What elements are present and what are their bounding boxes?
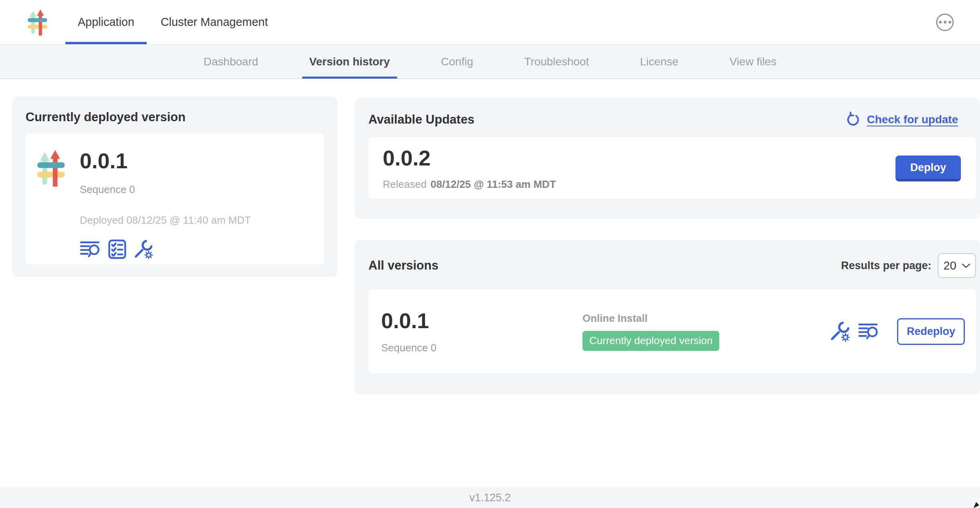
row-version-number: 0.0.1: [381, 309, 582, 332]
available-updates-card: Available Updates Check for update 0.0.2: [355, 98, 980, 219]
deployed-version-number: 0.0.1: [80, 149, 251, 172]
updates-and-versions-section: Available Updates Check for update 0.0.2: [355, 98, 980, 394]
tab-config-label: Config: [441, 55, 473, 68]
tab-view-files-label: View files: [730, 55, 777, 68]
tab-dashboard-label: Dashboard: [204, 55, 258, 68]
currently-deployed-card: Currently deployed version 0.0.1 Sequenc…: [12, 96, 337, 277]
check-for-update-link[interactable]: Check for update: [845, 112, 958, 128]
all-versions-title: All versions: [368, 258, 439, 273]
update-released-line: Released08/12/25 @ 11:53 am MDT: [383, 178, 556, 191]
tab-license-label: License: [640, 55, 679, 68]
deployed-sequence: Sequence 0: [80, 183, 251, 196]
app-logo-icon: [28, 9, 47, 35]
tab-cluster-management-label: Cluster Management: [161, 16, 268, 29]
row-sequence: Sequence 0: [381, 342, 582, 354]
all-versions-card: All versions Results per page: 20: [355, 240, 980, 394]
config-gear-icon[interactable]: [829, 321, 850, 342]
config-gear-icon[interactable]: [133, 239, 153, 259]
available-updates-title: Available Updates: [368, 112, 474, 127]
tab-cluster-management[interactable]: Cluster Management: [148, 0, 280, 44]
results-per-page-select[interactable]: 20: [938, 253, 976, 278]
tab-view-files[interactable]: View files: [722, 45, 784, 79]
release-notes-icon[interactable]: [858, 322, 880, 341]
tab-dashboard[interactable]: Dashboard: [197, 45, 266, 79]
currently-deployed-badge: Currently deployed version: [582, 331, 719, 351]
chevron-down-icon: [962, 263, 970, 268]
app-footer: v1.125.2: [0, 487, 980, 508]
tab-troubleshoot-label: Troubleshoot: [524, 55, 589, 68]
tab-config[interactable]: Config: [434, 45, 480, 79]
deployed-timestamp: Deployed 08/12/25 @ 11:40 am MDT: [80, 214, 251, 226]
main-content: Currently deployed version 0.0.1 Sequenc…: [0, 79, 980, 487]
release-notes-icon[interactable]: [80, 240, 101, 259]
tab-license[interactable]: License: [633, 45, 686, 79]
tab-application-label: Application: [78, 16, 134, 29]
version-row: 0.0.1 Sequence 0 Online Install Currentl…: [368, 289, 976, 374]
redeploy-button[interactable]: Redeploy: [897, 318, 965, 345]
preflight-checks-icon[interactable]: [108, 239, 126, 259]
update-row: 0.0.2 Released08/12/25 @ 11:53 am MDT De…: [368, 137, 976, 199]
tab-version-history[interactable]: Version history: [302, 45, 397, 79]
deploy-button[interactable]: Deploy: [895, 156, 961, 181]
update-version-number: 0.0.2: [383, 146, 556, 169]
results-per-page-label: Results per page:: [841, 260, 931, 272]
deployed-card-title: Currently deployed version: [26, 110, 324, 124]
ellipsis-menu-icon[interactable]: [936, 14, 954, 31]
console-version: v1.125.2: [469, 492, 511, 504]
top-navbar: Application Cluster Management: [0, 0, 980, 45]
app-logo-icon: [37, 150, 65, 265]
tab-application[interactable]: Application: [65, 0, 147, 44]
tab-version-history-label: Version history: [309, 55, 390, 68]
app-subnav: Dashboard Version history Config Trouble…: [0, 45, 980, 79]
check-for-update-label: Check for update: [867, 113, 958, 126]
deployed-version-section: Currently deployed version 0.0.1 Sequenc…: [12, 96, 337, 277]
row-install-type: Online Install: [582, 312, 829, 325]
deployed-version-tile: 0.0.1 Sequence 0 Deployed 08/12/25 @ 11:…: [26, 133, 324, 265]
refresh-icon: [845, 112, 861, 128]
tab-troubleshoot[interactable]: Troubleshoot: [517, 45, 596, 79]
